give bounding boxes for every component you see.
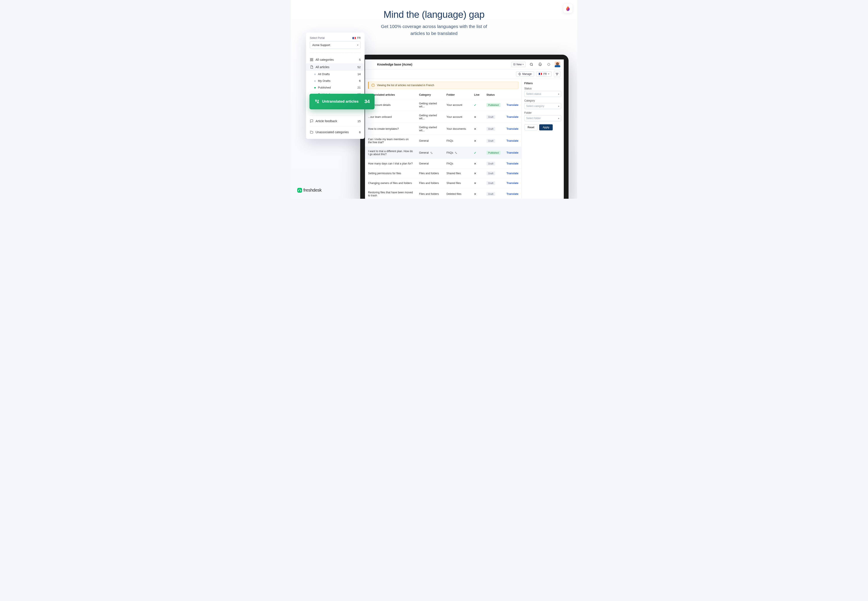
chevron-down-icon: ▾	[558, 93, 559, 95]
table-row[interactable]: I want to trial a different plan. How do…	[365, 147, 522, 159]
check-icon: ✓	[474, 104, 476, 107]
cell-title: How to create templates?	[365, 123, 416, 135]
chevron-down-icon: ▾	[558, 117, 559, 119]
cell-category: General	[416, 147, 443, 159]
page-title: Knowledge base (Acme)	[377, 63, 412, 66]
col-status[interactable]: Status	[484, 91, 503, 99]
filter-folder-select[interactable]: Select folder▾	[524, 115, 561, 121]
new-button[interactable]: New ▾	[511, 62, 526, 67]
cell-status: Draft	[484, 188, 503, 199]
sidebar-item-all-articles[interactable]: All articles 52	[306, 63, 365, 71]
cell-live: ✕	[471, 188, 483, 199]
banner-text: Viewing the list of articles not transla…	[377, 84, 434, 87]
col-folder[interactable]: Folder	[444, 91, 471, 99]
table-row[interactable]: Changing owners of files and foldersFile…	[365, 178, 522, 188]
sidebar-item-article-feedback[interactable]: Article feedback 15	[306, 117, 365, 125]
table-row[interactable]: How many days can I trial a plan for?Gen…	[365, 159, 522, 169]
translate-link[interactable]: Translate	[506, 116, 519, 119]
table-row[interactable]: ...our team onboardGetting started wit..…	[365, 111, 522, 123]
sidebar-item-unassociated-categories[interactable]: Unassociated categories 6	[306, 128, 365, 136]
chevron-down-icon: ▾	[548, 73, 549, 75]
filter-status-label: Status	[524, 87, 561, 90]
x-icon: ✕	[474, 182, 476, 185]
untranslated-articles-callout[interactable]: Untranslated articles 34	[310, 94, 375, 109]
cell-live: ✕	[471, 178, 483, 188]
menu-icon[interactable]	[368, 62, 374, 67]
sidebar-sub-all-drafts[interactable]: All Drafts14	[306, 71, 365, 78]
reset-button[interactable]: Reset	[524, 124, 537, 130]
manage-button[interactable]: Manage	[516, 72, 534, 76]
translate-link[interactable]: Translate	[506, 182, 519, 185]
cell-status: Published	[484, 147, 503, 159]
svg-rect-6	[310, 58, 311, 59]
cell-title: Restoring files that have been moved to …	[365, 188, 416, 199]
svg-rect-1	[301, 190, 301, 191]
app-header: Knowledge base (Acme) New ▾	[365, 59, 564, 69]
avatar[interactable]	[555, 62, 560, 67]
table-row[interactable]: Can I invite my team members on the free…	[365, 135, 522, 147]
filter-category-label: Category	[524, 99, 561, 102]
cell-live: ✕	[471, 135, 483, 147]
chevron-down-icon: ▾	[558, 105, 559, 107]
x-icon: ✕	[474, 172, 476, 175]
x-icon: ✕	[474, 139, 476, 143]
col-category[interactable]: Category	[416, 91, 443, 99]
translate-link[interactable]: Translate	[506, 192, 519, 195]
translate-link[interactable]: Translate	[506, 139, 519, 142]
filter-folder-label: Folder	[524, 111, 561, 114]
cell-status: Draft	[484, 159, 503, 169]
sidebar-lang-code: FR	[357, 37, 361, 40]
translate-link[interactable]: Translate	[506, 127, 519, 130]
translate-link[interactable]: Translate	[506, 151, 519, 154]
sidebar-sub-published[interactable]: Published21	[306, 84, 365, 91]
cell-folder: FAQs	[444, 159, 471, 169]
sparkle-icon[interactable]	[546, 62, 552, 67]
cell-live: ✓	[471, 147, 483, 159]
filter-category-select[interactable]: Select category▾	[524, 103, 561, 109]
translate-link[interactable]: Translate	[506, 162, 519, 165]
cell-live: ✕	[471, 111, 483, 123]
cell-folder: Your documents	[444, 123, 471, 135]
apply-button[interactable]: Apply	[539, 124, 553, 130]
cell-status: Draft	[484, 169, 503, 178]
cell-folder: FAQs	[444, 135, 471, 147]
status-badge: Draft	[487, 115, 495, 119]
filter-icon	[555, 72, 558, 76]
status-badge: Draft	[487, 181, 495, 185]
freshdesk-wordmark: freshdesk	[304, 188, 322, 193]
check-icon: ✓	[474, 151, 476, 154]
sidebar-item-all-categories[interactable]: All categories 5	[306, 56, 365, 63]
cell-category: Files and folders	[416, 169, 443, 178]
folder-icon	[310, 130, 313, 134]
alert-icon	[371, 84, 375, 87]
filter-toggle-button[interactable]	[554, 71, 560, 77]
col-live[interactable]: Live	[471, 91, 483, 99]
chevron-down-icon: ▾	[523, 63, 523, 66]
filter-status-select[interactable]: Select status▾	[524, 91, 561, 97]
portal-sidebar-card: Select Portal FR Acme Support ▾ All cate…	[306, 32, 365, 139]
info-banner: Viewing the list of articles not transla…	[368, 82, 519, 89]
bell-icon[interactable]	[537, 62, 543, 67]
cell-folder: Shared files	[444, 178, 471, 188]
translate-link[interactable]: Translate	[506, 104, 519, 107]
sidebar-sub-my-drafts[interactable]: My Drafts6	[306, 78, 365, 84]
table-row[interactable]: ...g account detailsGetting started wit.…	[365, 99, 522, 111]
svg-point-4	[519, 73, 520, 74]
cell-status: Draft	[484, 135, 503, 147]
flag-fr-icon	[352, 37, 356, 39]
portal-select[interactable]: Acme Support ▾	[310, 41, 361, 49]
cell-folder: Your account	[444, 99, 471, 111]
language-selector[interactable]: FR ▾	[536, 72, 552, 76]
table-row[interactable]: Restoring files that have been moved to …	[365, 188, 522, 199]
laptop-frame: Knowledge base (Acme) New ▾	[360, 55, 569, 199]
table-row[interactable]: How to create templates?Getting started …	[365, 123, 522, 135]
search-icon[interactable]	[529, 62, 534, 67]
svg-rect-9	[312, 60, 313, 61]
flag-fr-icon	[538, 73, 542, 75]
table-row[interactable]: Setting permissions for filesFiles and f…	[365, 169, 522, 178]
status-badge: Published	[487, 103, 500, 107]
cell-folder: Your account	[444, 111, 471, 123]
gear-icon	[519, 73, 521, 75]
x-icon: ✕	[474, 128, 476, 131]
translate-link[interactable]: Translate	[506, 172, 519, 175]
